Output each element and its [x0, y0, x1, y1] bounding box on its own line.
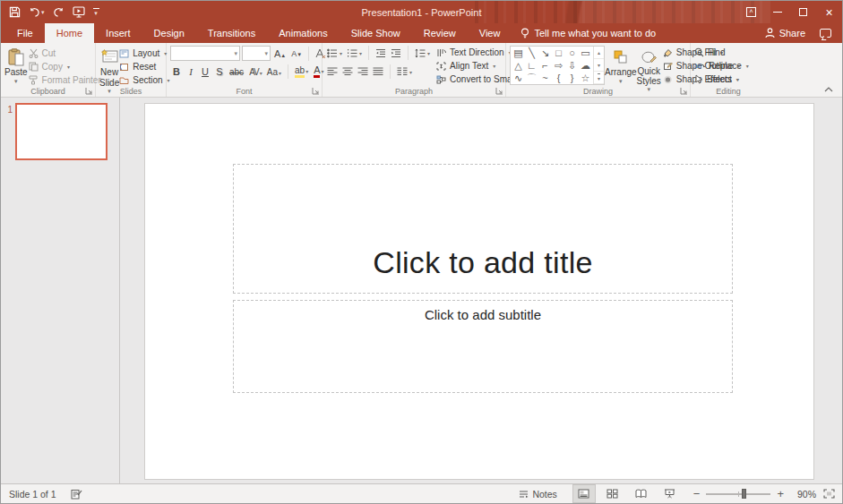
- columns-button[interactable]: ▾: [396, 66, 413, 77]
- reset-button[interactable]: Reset: [119, 62, 169, 72]
- collapse-ribbon-button[interactable]: [822, 85, 835, 94]
- normal-view-button[interactable]: [573, 485, 595, 502]
- tab-file[interactable]: File: [5, 23, 45, 43]
- format-painter-button[interactable]: Format Painter: [29, 75, 101, 85]
- zoom-level[interactable]: 90%: [791, 489, 816, 500]
- arc-icon[interactable]: ⌒: [527, 73, 537, 83]
- spell-check-icon[interactable]: [71, 489, 82, 500]
- align-left-button[interactable]: [326, 66, 339, 77]
- font-dialog-launcher[interactable]: [312, 87, 320, 95]
- font-size-combo[interactable]: ▾: [242, 46, 271, 61]
- slide-show-view-button[interactable]: [659, 485, 681, 502]
- left-brace-icon[interactable]: {: [557, 73, 561, 83]
- down-arrow-icon[interactable]: ⇩: [568, 61, 576, 71]
- tab-transitions[interactable]: Transitions: [196, 23, 267, 43]
- text-box-icon[interactable]: ▤: [513, 48, 522, 58]
- scroll-down-icon[interactable]: ▾: [594, 59, 604, 72]
- cloud-icon[interactable]: ☁: [581, 61, 590, 71]
- tab-animations[interactable]: Animations: [267, 23, 339, 43]
- shapes-gallery[interactable]: ▤ ╲ ↘ □ ○ ▭ △ ∟ ⌐ ⇨ ⇩ ☁ ∿ ⌒ ~ { }: [510, 46, 605, 85]
- decrease-indent-button[interactable]: [374, 47, 387, 59]
- notes-button[interactable]: Notes: [519, 489, 556, 500]
- comments-button[interactable]: [820, 29, 831, 38]
- rounded-rectangle-icon[interactable]: ▭: [581, 48, 589, 58]
- tab-view[interactable]: View: [468, 23, 512, 43]
- text-highlight-button[interactable]: ab▾: [293, 66, 310, 78]
- reading-view-button[interactable]: [631, 485, 652, 502]
- tab-home[interactable]: Home: [45, 23, 94, 43]
- right-arrow-icon[interactable]: ⇨: [555, 61, 563, 71]
- share-button[interactable]: Share: [765, 28, 805, 38]
- title-placeholder[interactable]: Click to add title: [233, 164, 733, 294]
- character-spacing-button[interactable]: AV▾: [247, 67, 263, 77]
- copy-button[interactable]: Copy ▾: [29, 62, 101, 72]
- line-spacing-button[interactable]: ▾: [414, 47, 431, 59]
- oval-icon[interactable]: ○: [569, 48, 575, 58]
- redo-button[interactable]: [53, 7, 65, 18]
- rectangle-icon[interactable]: □: [555, 48, 562, 58]
- undo-button[interactable]: ▾: [29, 7, 45, 18]
- cut-button[interactable]: Cut: [29, 48, 101, 58]
- find-button[interactable]: Find: [694, 47, 749, 57]
- slide-thumbnail-1[interactable]: [15, 103, 108, 160]
- tab-insert[interactable]: Insert: [94, 23, 142, 43]
- line-icon[interactable]: ╲: [529, 48, 535, 58]
- paste-button[interactable]: Paste ▾: [4, 46, 28, 84]
- strikethrough-button[interactable]: abc: [228, 67, 245, 77]
- paragraph-dialog-launcher[interactable]: [495, 87, 503, 95]
- italic-button[interactable]: I: [185, 66, 197, 77]
- bullets-button[interactable]: ▾: [326, 47, 343, 59]
- close-button[interactable]: ×: [816, 1, 842, 23]
- save-button[interactable]: [9, 6, 21, 18]
- gallery-more-icon[interactable]: ▾: [594, 72, 604, 84]
- maximize-button[interactable]: [790, 1, 816, 23]
- star-icon[interactable]: ☆: [581, 73, 590, 83]
- tell-me-box[interactable]: Tell me what you want to do: [520, 23, 656, 43]
- section-button[interactable]: Section ▾: [119, 75, 169, 85]
- subtitle-placeholder[interactable]: Click to add subtitle: [233, 300, 733, 393]
- select-button[interactable]: Select ▾: [694, 74, 749, 84]
- justify-button[interactable]: [372, 66, 384, 77]
- tab-design[interactable]: Design: [142, 23, 196, 43]
- freeform-icon[interactable]: ∿: [514, 73, 522, 83]
- start-from-beginning-button[interactable]: [73, 6, 85, 18]
- tab-review[interactable]: Review: [412, 23, 468, 43]
- increase-indent-button[interactable]: [390, 47, 402, 59]
- arrow-line-icon[interactable]: ↘: [541, 48, 549, 58]
- scroll-up-icon[interactable]: ▴: [594, 47, 604, 59]
- font-name-combo[interactable]: ▾: [170, 46, 240, 61]
- bold-button[interactable]: B: [170, 66, 183, 77]
- zoom-slider[interactable]: [706, 493, 770, 495]
- drawing-dialog-launcher[interactable]: [680, 87, 688, 95]
- zoom-out-button[interactable]: −: [693, 487, 701, 500]
- zoom-slider-thumb[interactable]: [742, 489, 746, 499]
- chevron-down-icon: ▾: [427, 50, 430, 56]
- numbering-button[interactable]: ▾: [346, 47, 363, 59]
- tab-slide-show[interactable]: Slide Show: [340, 23, 412, 43]
- triangle-icon[interactable]: △: [514, 61, 521, 71]
- underline-button[interactable]: U: [199, 66, 211, 77]
- slide-sorter-view-button[interactable]: [602, 485, 624, 502]
- text-shadow-button[interactable]: S: [213, 66, 226, 77]
- replace-button[interactable]: ab Replace ▾: [694, 61, 749, 71]
- divider: [368, 46, 369, 60]
- decrease-font-size-button[interactable]: A▼: [289, 49, 304, 58]
- customize-qat-button[interactable]: ▾: [93, 8, 99, 16]
- elbow-connector-icon[interactable]: ∟: [527, 61, 537, 71]
- layout-button[interactable]: Layout ▾: [119, 48, 169, 58]
- change-case-button[interactable]: Aa▾: [265, 67, 283, 77]
- elbow-arrow-connector-icon[interactable]: ⌐: [542, 61, 547, 71]
- arrange-button[interactable]: Arrange ▾: [605, 46, 637, 84]
- quick-styles-button[interactable]: Quick Styles ▾: [637, 46, 661, 92]
- slide-editing-surface[interactable]: Click to add title Click to add subtitle: [144, 103, 814, 480]
- minimize-button[interactable]: [764, 1, 790, 23]
- increase-font-size-button[interactable]: A▲: [272, 48, 288, 59]
- align-right-button[interactable]: [357, 66, 369, 77]
- ribbon-display-options-button[interactable]: ˄: [738, 1, 764, 23]
- curve-icon[interactable]: ~: [542, 73, 547, 83]
- clipboard-dialog-launcher[interactable]: [85, 87, 93, 95]
- fit-slide-to-window-button[interactable]: [823, 489, 835, 499]
- zoom-in-button[interactable]: +: [777, 487, 784, 500]
- align-center-button[interactable]: [341, 66, 354, 77]
- right-brace-icon[interactable]: }: [571, 73, 574, 83]
